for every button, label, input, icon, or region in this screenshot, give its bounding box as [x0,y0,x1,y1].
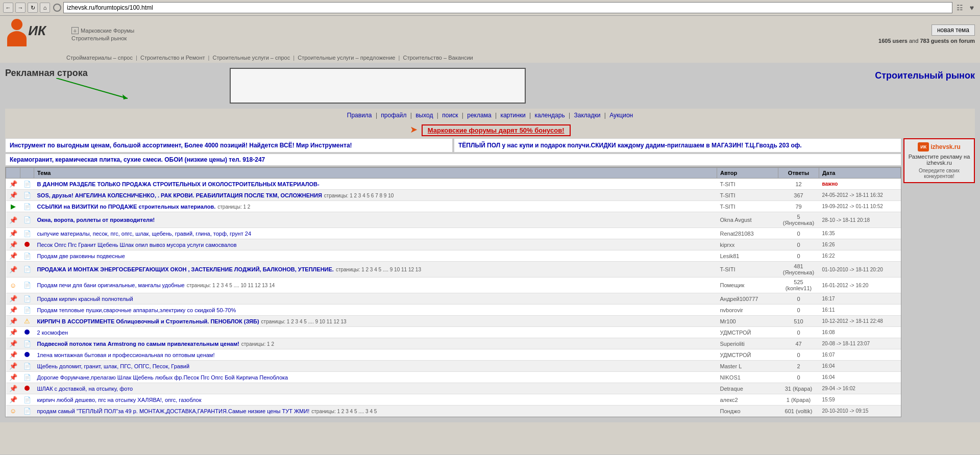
topic-link[interactable]: сыпучие материалы, песок, пгс, опгс, шла… [37,231,252,237]
table-row: 📌📄Продам кирпич красный полнотелыйАндрей… [6,293,901,305]
replies-cell: 0 [778,372,819,383]
breadcrumb-parent-link[interactable]: Марковские Форумы [81,28,134,34]
topic-link[interactable]: Щебень доломит, гранит, шлак, ПГС, ОПГС,… [37,363,190,369]
bookmark-icon[interactable]: ♥ [967,3,977,13]
refresh-button[interactable]: ↻ [28,3,38,13]
topic-cell: ПРОДАЖА И МОНТАЖ ЭНЕРГОСБЕРЕГАЮЩИХ ОКОН … [34,262,717,277]
doc-icon: 📄 [23,230,31,237]
blue-dot-icon [24,352,30,357]
topic-cell: 1пена монтажная бытовая и профессиональн… [34,349,717,361]
forum-nav-aukcion[interactable]: Аукцион [609,112,633,119]
sep8: | [604,112,607,119]
author-cell: T-SITI [717,262,778,277]
topic-link[interactable]: 2 космофен [37,330,68,336]
topic-link[interactable]: КИРПИЧ В АССОРТИМЕНТЕ Облицовочный и Стр… [37,318,259,324]
grid-icon[interactable]: ☷ [954,3,965,13]
forum-nav-profail[interactable]: профайл [381,112,406,119]
author-cell: T-SITI [717,179,778,190]
date-cell: 01-10-2010 -> 18-11 20:20 [819,262,901,277]
table-row: 📌📄кирпич любой дешево, пгс на отсыпку ХА… [6,394,901,406]
nav-link-stroitelstvo[interactable]: Строительство и Ремонт [140,55,205,61]
icon1-cell: ☺ [6,406,20,417]
icon1-cell: 📌 [6,228,20,239]
icon2-cell: 📄 [20,372,34,383]
nav-link-uslugi-spros[interactable]: Строительные услуги – спрос [213,55,290,61]
ad-banner-left-link[interactable]: Инструмент по выгодным ценам, большой ас… [10,142,352,149]
topic-link[interactable]: Продам две раковины подвесные [37,253,125,259]
icon2-cell: 📄 [20,190,34,201]
blue-dot-icon [24,330,30,335]
topic-link[interactable]: В ДАННОМ РАЗДЕЛЕ ТОЛЬКО ПРОДАЖА СТРОИТЕЛ… [37,181,320,187]
th-icon1 [6,168,20,179]
date-cell: 16-01-2012 -> 16:20 [819,277,901,293]
date-cell: 29-04 -> 16:02 [819,383,901,394]
icon2-cell: 📄 [20,361,34,372]
home-button[interactable]: ⌂ [40,3,50,13]
forum-nav-kalendar[interactable]: календарь [535,112,565,119]
topic-cell: Дорогие Форумчане,прелагаю Шлак Щебень л… [34,372,717,383]
replies-cell: 525 (konlev11) [778,277,819,293]
topic-link[interactable]: продам самый "ТЕПЛЫЙ ПОЛ"за 49 р. МОНТАЖ… [37,408,310,414]
table-row: 📌ШЛАК с доставкой, на отсыпку, фотоDetra… [6,383,901,394]
table-row: 📌📄ПРОДАЖА И МОНТАЖ ЭНЕРГОСБЕРЕГАЮЩИХ ОКО… [6,262,901,277]
svg-line-0 [56,78,128,98]
nav-link-vakansii[interactable]: Строительство – Вакансии [403,55,473,61]
topic-cell: Продам две раковины подвесные [34,250,717,262]
red-dot-icon [24,386,30,391]
nav-link-uslugi-pred[interactable]: Строительные услуги – предложение [298,55,395,61]
topic-link[interactable]: ССЫЛКИ на ВИЗИТКИ по ПРОДАЖЕ строительны… [37,204,216,210]
topic-link[interactable]: Продам кирпич красный полнотелый [37,296,133,302]
topic-link[interactable]: Песок Опгс Пгс Гранит Щебень Шлак опил в… [37,242,237,248]
bonus-link[interactable]: Марковские форумы дарят 50% бонусов! [422,124,571,136]
topic-link[interactable]: Продам тепловые пушки,сварочные аппараты… [37,307,236,313]
forum-nav-kartinki[interactable]: картинки [500,112,525,119]
table-row: 📌1пена монтажная бытовая и профессиональ… [6,349,901,361]
forward-button[interactable]: → [15,3,26,13]
topic-link[interactable]: SOS, друзья! АНГЕЛИНА КОЛЕСНИЧЕНКО, . РА… [37,192,322,198]
date-cell: 16:11 [819,305,901,316]
forum-nav-zakladki[interactable]: Закладки [574,112,600,119]
keramo-link[interactable]: Керамогранит, керамическая плитка, сухие… [10,156,265,163]
forum-nav-poisk[interactable]: поиск [442,112,458,119]
topic-link[interactable]: Продам печи для бани оригинальные, манга… [37,282,185,288]
table-row: 📌📄Подвесной потолок типа Armstrong по са… [6,338,901,349]
topic-link[interactable]: Окна, ворота, роллеты от производителя! [37,217,155,223]
topic-cell: SOS, друзья! АНГЕЛИНА КОЛЕСНИЧЕНКО, . РА… [34,190,717,201]
topic-link[interactable]: Подвесной потолок типа Armstrong по самы… [37,341,239,347]
keramo-row: Керамогранит, керамическая плитка, сухие… [5,154,901,166]
breadcrumb-current: Строительный рынок [71,35,134,41]
logo-graphic: ИК [5,19,46,49]
doc-icon: 📄 [23,252,31,260]
author-cell: УДМСТРОЙ [717,349,778,361]
replies-cell: 12 [778,179,819,190]
forum-nav-pravila[interactable]: Правила [347,112,372,119]
topic-link[interactable]: ПРОДАЖА И МОНТАЖ ЭНЕРГОСБЕРЕГАЮЩИХ ОКОН … [37,266,334,272]
topic-link[interactable]: 1пена монтажная бытовая и профессиональн… [37,352,215,358]
address-bar[interactable] [63,2,952,13]
author-cell: Понджо [717,406,778,417]
doc-icon: 📄 [23,374,31,381]
forum-nav-vyhod[interactable]: выход [415,112,433,119]
author-cell: Detraque [717,383,778,394]
ad-banner-right-link[interactable]: ТЁПЛЫЙ ПОЛ у нас купи и подарок получи.С… [458,142,802,149]
icon2-cell [20,239,34,250]
date-cell: 16:04 [819,361,901,372]
icon1-cell: ☺ [6,277,20,293]
topic-cell: ШЛАК с доставкой, на отсыпку, фото [34,383,717,394]
topic-link[interactable]: Дорогие Форумчане,прелагаю Шлак Щебень л… [37,374,288,381]
pin-icon: 📌 [9,351,17,359]
page-links: страницы: 1 2 3 4 5 .... 9 10 11 12 13 [261,319,347,324]
topic-link[interactable]: ШЛАК с доставкой, на отсыпку, фото [37,386,133,392]
sep2: | [410,112,413,119]
new-topic-btn[interactable]: новая тема [932,24,975,36]
replies-cell: 79 [778,201,819,212]
topic-link[interactable]: кирпич любой дешево, пгс на отсыпку ХАЛЯ… [37,397,202,403]
home-small-icon: ⌂ [71,27,79,34]
forum-nav-reklama[interactable]: реклама [467,112,491,119]
pin-icon: 📌 [9,295,17,302]
sep7: | [569,112,572,119]
nav-link-stroymaterials[interactable]: Стройматериалы – спрос [66,55,133,61]
th-replies: Ответы [778,168,819,179]
sidebar-logo: ИК izhevsk.ru [908,142,971,151]
back-button[interactable]: ← [3,3,13,13]
